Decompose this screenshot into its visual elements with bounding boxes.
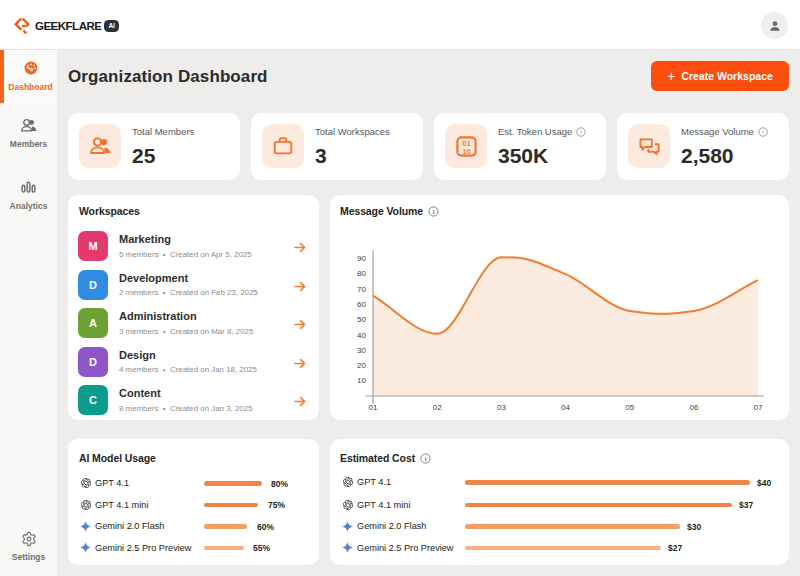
svg-text:20: 20: [357, 361, 366, 370]
svg-text:80: 80: [357, 269, 366, 278]
svg-text:04: 04: [561, 403, 570, 412]
svg-text:01: 01: [369, 403, 378, 412]
svg-text:60: 60: [357, 300, 366, 309]
svg-text:02: 02: [433, 403, 442, 412]
svg-text:10: 10: [462, 146, 471, 155]
svg-text:10: 10: [357, 376, 366, 385]
svg-text:i: i: [762, 129, 764, 135]
svg-text:40: 40: [357, 331, 366, 340]
svg-text:05: 05: [625, 403, 634, 412]
svg-text:70: 70: [357, 285, 366, 294]
svg-text:i: i: [580, 129, 582, 135]
svg-text:07: 07: [754, 403, 763, 412]
svg-text:03: 03: [497, 403, 506, 412]
svg-text:50: 50: [357, 315, 366, 324]
svg-text:i: i: [425, 454, 427, 461]
svg-text:90: 90: [357, 254, 366, 263]
svg-text:30: 30: [357, 346, 366, 355]
svg-text:06: 06: [689, 403, 698, 412]
